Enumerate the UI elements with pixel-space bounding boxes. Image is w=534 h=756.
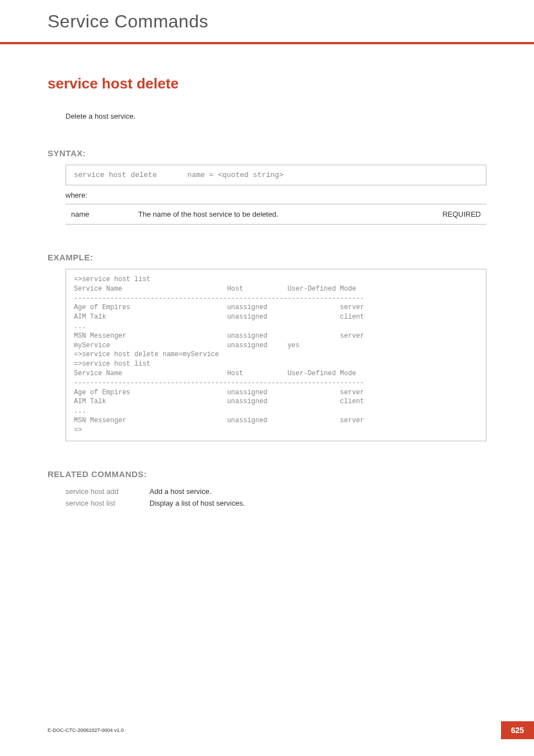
table-row: service host list Display a list of host… bbox=[65, 497, 251, 509]
page-footer: E-DOC-CTC-20061027-0004 v1.0 625 bbox=[48, 721, 534, 739]
page-number: 625 bbox=[501, 721, 534, 739]
param-name: name bbox=[65, 204, 133, 225]
page-title: Service Commands bbox=[48, 11, 486, 32]
section-description: Delete a host service. bbox=[65, 112, 486, 120]
related-command: service host add bbox=[65, 486, 149, 497]
params-table: name The name of the host service to be … bbox=[65, 204, 486, 225]
related-command: service host list bbox=[65, 497, 149, 509]
related-description: Display a list of host services. bbox=[149, 497, 251, 509]
table-row: service host add Add a host service. bbox=[65, 486, 251, 497]
content-area: service host delete Delete a host servic… bbox=[0, 44, 534, 509]
related-table: service host add Add a host service. ser… bbox=[65, 486, 251, 509]
related-heading: RELATED COMMANDS: bbox=[48, 469, 486, 479]
syntax-code: service host delete name = <quoted strin… bbox=[74, 171, 283, 179]
page-header: Service Commands bbox=[0, 0, 534, 32]
footer-doc-id: E-DOC-CTC-20061027-0004 v1.0 bbox=[48, 727, 124, 733]
table-row: name The name of the host service to be … bbox=[65, 204, 486, 225]
where-label: where: bbox=[65, 191, 486, 199]
syntax-heading: SYNTAX: bbox=[48, 148, 486, 158]
param-required: REQUIRED bbox=[430, 204, 486, 225]
param-desc: The name of the host service to be delet… bbox=[133, 204, 430, 225]
syntax-box: service host delete name = <quoted strin… bbox=[65, 165, 486, 185]
section-title: service host delete bbox=[48, 75, 486, 92]
example-box: =>service host list Service Name Host Us… bbox=[65, 269, 486, 441]
related-description: Add a host service. bbox=[149, 486, 251, 497]
example-heading: EXAMPLE: bbox=[48, 253, 486, 262]
